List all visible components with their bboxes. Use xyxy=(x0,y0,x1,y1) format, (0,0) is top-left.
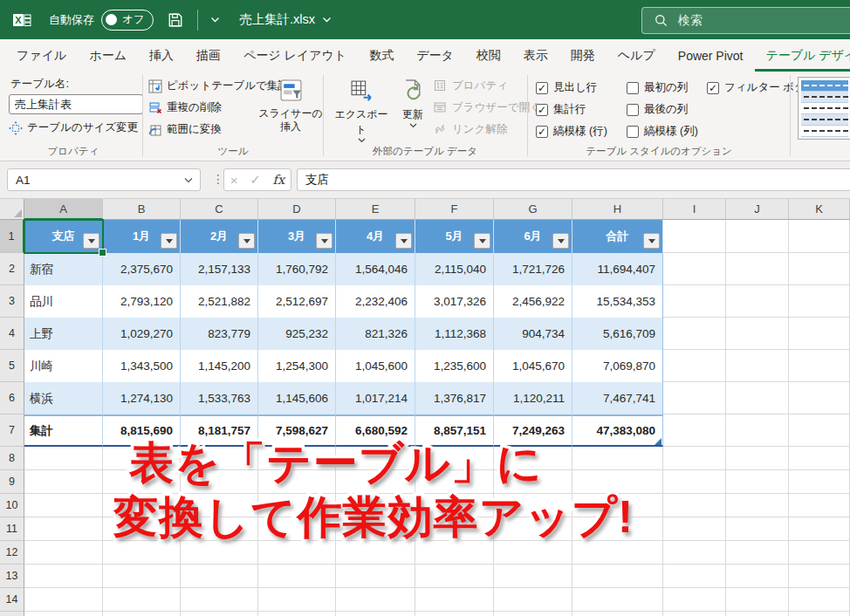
empty-cell[interactable] xyxy=(789,414,850,447)
table-cell[interactable]: 2,232,406 xyxy=(336,285,415,318)
table-cell[interactable]: 2,456,922 xyxy=(494,285,572,318)
empty-cell[interactable] xyxy=(663,253,726,285)
search-input[interactable]: 検索 xyxy=(641,7,850,34)
cancel-button[interactable]: × xyxy=(230,173,238,188)
name-box[interactable]: A1 xyxy=(7,168,201,191)
table-cell[interactable]: 1,112,368 xyxy=(415,318,494,350)
empty-cell[interactable] xyxy=(258,541,336,565)
ribbon-tab[interactable]: Power Pivot xyxy=(667,39,755,72)
table-style-thumbnail[interactable] xyxy=(798,77,850,140)
empty-cell[interactable] xyxy=(789,318,850,350)
empty-cell[interactable] xyxy=(258,612,336,616)
enter-button[interactable]: ✓ xyxy=(250,172,261,188)
column-header[interactable]: G xyxy=(494,199,572,220)
empty-cell[interactable] xyxy=(24,494,103,517)
insert-slicer-button[interactable]: スライサーの挿入 xyxy=(260,73,321,133)
table-header-cell[interactable]: 4月 xyxy=(336,220,415,253)
table-cell[interactable]: 3,017,326 xyxy=(415,285,494,318)
empty-cell[interactable] xyxy=(103,565,181,588)
table-cell[interactable]: 1,274,130 xyxy=(103,382,181,414)
insert-function-button[interactable]: fx xyxy=(273,173,285,187)
filter-button[interactable] xyxy=(316,233,332,249)
table-cell[interactable]: 1,235,600 xyxy=(415,350,494,382)
empty-cell[interactable] xyxy=(789,517,850,541)
table-cell[interactable]: 904,734 xyxy=(494,318,572,350)
empty-cell[interactable] xyxy=(726,588,789,612)
ribbon-tab[interactable]: テーブル デザイン xyxy=(755,39,850,72)
table-cell[interactable]: 横浜 xyxy=(24,382,103,414)
table-cell[interactable]: 1,145,606 xyxy=(258,382,336,414)
empty-cell[interactable] xyxy=(789,494,850,517)
empty-cell[interactable] xyxy=(24,470,103,494)
column-header[interactable]: E xyxy=(336,199,415,220)
empty-cell[interactable] xyxy=(663,588,726,612)
style-option-checkbox[interactable]: 最後の列 xyxy=(627,102,707,117)
empty-cell[interactable] xyxy=(181,541,258,565)
empty-cell[interactable] xyxy=(103,588,181,612)
row-header[interactable]: 6 xyxy=(0,382,24,414)
empty-cell[interactable] xyxy=(336,541,415,565)
empty-cell[interactable] xyxy=(336,588,415,612)
filter-button[interactable] xyxy=(643,233,660,249)
column-header[interactable]: H xyxy=(572,199,663,220)
style-option-checkbox[interactable]: ✓見出し行 xyxy=(536,80,627,95)
empty-cell[interactable] xyxy=(494,612,572,616)
table-cell[interactable]: 925,232 xyxy=(258,318,336,350)
empty-cell[interactable] xyxy=(663,565,726,588)
empty-cell[interactable] xyxy=(789,350,850,382)
empty-cell[interactable] xyxy=(494,565,572,588)
formula-bar-grip-icon[interactable]: ⋮ xyxy=(212,172,224,186)
empty-cell[interactable] xyxy=(726,220,789,253)
empty-cell[interactable] xyxy=(789,612,850,616)
table-cell[interactable]: 1,254,300 xyxy=(258,350,336,382)
formula-input[interactable]: 支店 xyxy=(297,168,850,191)
row-header[interactable]: 15 xyxy=(0,612,24,616)
empty-cell[interactable] xyxy=(258,588,336,612)
table-cell[interactable]: 7,467,741 xyxy=(572,382,663,414)
empty-cell[interactable] xyxy=(789,285,850,318)
ribbon-tab[interactable]: 表示 xyxy=(512,39,559,72)
table-header-cell[interactable]: 3月 xyxy=(258,220,336,253)
empty-cell[interactable] xyxy=(726,517,789,541)
ribbon-tab[interactable]: ヘルプ xyxy=(607,39,667,72)
empty-cell[interactable] xyxy=(789,382,850,414)
autosave-toggle[interactable]: オフ xyxy=(101,10,154,31)
table-header-cell[interactable]: 支店 xyxy=(24,220,103,253)
column-header[interactable]: J xyxy=(726,199,789,220)
empty-cell[interactable] xyxy=(572,612,663,616)
empty-cell[interactable] xyxy=(663,541,726,565)
table-cell[interactable]: 川崎 xyxy=(24,350,103,382)
empty-cell[interactable] xyxy=(663,494,726,517)
empty-cell[interactable] xyxy=(789,588,850,612)
empty-cell[interactable] xyxy=(726,494,789,517)
ribbon-tab[interactable]: 開発 xyxy=(559,39,607,72)
empty-cell[interactable] xyxy=(789,565,850,588)
table-cell[interactable]: 1,533,763 xyxy=(181,382,258,414)
empty-cell[interactable] xyxy=(24,588,103,612)
table-name-input[interactable] xyxy=(9,94,143,114)
empty-cell[interactable] xyxy=(494,588,572,612)
empty-cell[interactable] xyxy=(789,253,850,285)
empty-cell[interactable] xyxy=(726,612,789,616)
column-header[interactable]: D xyxy=(258,199,336,220)
table-cell[interactable]: 1,760,792 xyxy=(258,253,336,285)
table-cell[interactable]: 823,779 xyxy=(181,318,258,350)
empty-cell[interactable] xyxy=(726,318,789,350)
column-header[interactable]: F xyxy=(415,199,494,220)
filter-button[interactable] xyxy=(474,233,490,249)
empty-cell[interactable] xyxy=(24,447,103,470)
table-cell[interactable]: 2,157,133 xyxy=(181,253,258,285)
empty-cell[interactable] xyxy=(572,541,663,565)
style-option-checkbox[interactable]: 縞模様 (列) xyxy=(627,124,707,139)
row-header[interactable]: 4 xyxy=(0,318,24,350)
empty-cell[interactable] xyxy=(663,285,726,318)
table-header-cell[interactable]: 1月 xyxy=(103,220,181,253)
ribbon-tab[interactable]: ホーム xyxy=(78,39,138,72)
table-cell[interactable]: 2,512,697 xyxy=(258,285,336,318)
ribbon-tab[interactable]: ファイル xyxy=(5,39,78,72)
table-header-cell[interactable]: 5月 xyxy=(415,220,494,253)
empty-cell[interactable] xyxy=(726,382,789,414)
table-cell[interactable]: 新宿 xyxy=(24,253,103,285)
empty-cell[interactable] xyxy=(24,517,103,541)
style-option-checkbox[interactable]: 最初の列 xyxy=(627,80,707,95)
